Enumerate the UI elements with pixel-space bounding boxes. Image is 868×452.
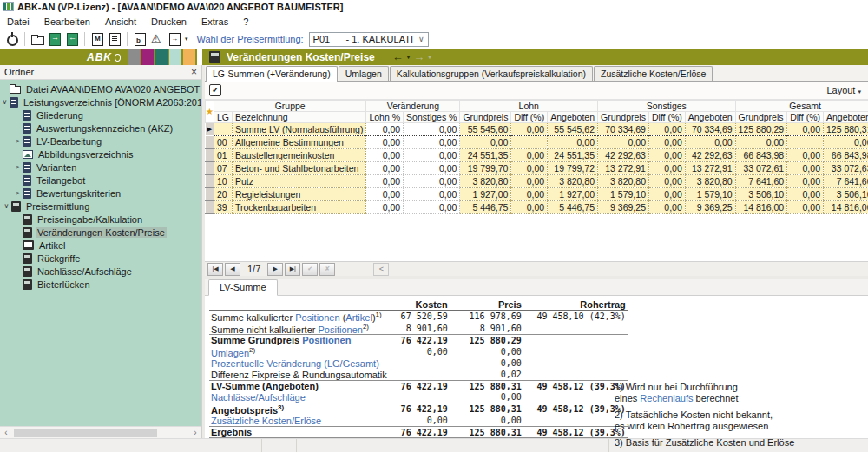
export-menu-icon[interactable] [167,31,182,47]
cell-value[interactable]: 5 446,75 [460,201,511,214]
cell-bezeichnung[interactable]: Trockenbauarbeiten [232,201,365,214]
cell-value[interactable]: 55 545,60 [460,123,511,136]
cell-value[interactable]: 125 880,31 [823,123,868,136]
star-icon[interactable]: ★ [206,101,214,123]
scroll-left-icon[interactable]: ‹ [0,428,12,438]
tab-zusätzliche-kosten-erlöse[interactable]: Zusätzliche Kosten/Erlöse [594,66,713,81]
power-icon[interactable] [4,31,20,47]
cell-value[interactable] [511,136,548,149]
cell-value[interactable]: 0,00 [787,201,824,214]
cell-value[interactable]: 0,00 [787,149,824,162]
cell-value[interactable]: 0,00 [787,188,824,201]
cell-value[interactable]: 0,00 [548,136,598,149]
tree-item-lv-bearbeitung[interactable]: >LV-Bearbeitung [0,134,201,147]
cell-value[interactable]: 0,00 [787,123,824,136]
cell-value[interactable]: 0,00 [404,123,460,136]
pager-last-icon[interactable]: ▶| [285,263,300,276]
table-row[interactable]: 10Putz0,000,003 820,800,003 820,803 820,… [206,175,868,188]
row-marker[interactable] [206,149,214,162]
cell-value[interactable]: 125 880,29 [735,123,787,136]
tree-item-datei-avaan-demo-ava-020-angebot-baumeis[interactable]: Datei AVAAN\DEMO AVA\020 ANGEBOT BAUMEIS [0,82,201,95]
pager-prev-icon[interactable]: ◀ [225,263,240,276]
summary-link[interactable]: Nachlässe/Aufschläge [211,392,306,403]
tree-item-gliederung[interactable]: Gliederung [0,108,201,121]
summary-link[interactable]: Prozentuelle Veränderung (LG/Gesamt) [211,358,379,369]
summary-link[interactable]: Zusätzliche Kosten/Erlöse [211,416,321,426]
summary-link[interactable]: Positionen [319,324,363,334]
cell-value[interactable]: 0,00 [404,188,460,201]
cell-lg[interactable]: 07 [214,162,232,175]
warning-icon[interactable] [149,31,165,47]
column-header-lohn[interactable]: Lohn % [366,112,404,123]
cell-lg[interactable]: 01 [214,149,232,162]
scrollbar-thumb[interactable] [14,429,157,437]
menu-datei[interactable]: Datei [7,16,30,27]
cell-value[interactable]: 1 927,00 [548,188,598,201]
nav-forward-dropdown-icon[interactable]: ▾ [428,51,431,63]
column-header-sonstiges[interactable]: Sonstiges % [404,112,460,123]
cell-value[interactable]: 0,00 [787,175,824,188]
column-header-lg[interactable]: LG [214,112,232,123]
cell-value[interactable]: 0,00 [404,136,460,149]
cell-value[interactable]: 0,00 [823,136,868,149]
layout-button[interactable]: Layout ▾ [826,85,861,95]
pager-first-icon[interactable]: |◀ [207,263,223,276]
cell-value[interactable]: 9 369,25 [685,201,735,214]
cell-value[interactable]: 1 579,10 [685,188,735,201]
row-marker[interactable] [206,136,214,149]
cell-value[interactable]: 14 816,00 [823,201,868,214]
cell-value[interactable]: 9 369,25 [598,201,649,214]
menu-extras[interactable]: Extras [201,16,228,27]
cell-value[interactable]: 3 820,80 [685,175,735,188]
menu-bearbeiten[interactable]: Bearbeiten [44,16,90,27]
cell-value[interactable]: 0,00 [648,149,685,162]
footnote-link[interactable]: Rechenlaufs [640,393,693,403]
tree-item-artikel[interactable]: Artikel [0,239,201,252]
menu-[interactable]: ? [243,16,248,27]
cell-value[interactable]: 0,00 [648,188,685,201]
pager-next-icon[interactable]: ▶ [267,263,283,276]
pager-cancel-icon[interactable]: ✘ [319,263,335,276]
cell-value[interactable]: 0,00 [648,201,685,214]
tab-lg-summen-veränderung[interactable]: LG-Summen (+Veränderung) [206,66,338,82]
cell-value[interactable]: 0,00 [404,201,460,214]
column-header-grundpreis[interactable]: Grundpreis [735,112,787,123]
column-header-angeboten[interactable]: Angeboten [685,112,735,123]
tree-item-leistungsverzeichnis-önorm-a2063-2015[interactable]: ∨Leistungsverzeichnis [ÖNORM A2063:2015] [0,95,201,108]
cell-value[interactable]: 66 843,98 [735,149,787,162]
cell-value[interactable]: 55 545,62 [548,123,598,136]
chevron-collapsed-icon[interactable]: > [13,163,23,171]
caret-down-icon[interactable]: ▾ [185,36,188,43]
column-header-diff[interactable]: Diff (%) [787,112,824,123]
cell-bezeichnung[interactable]: Summe LV (Normalausführung) [232,123,365,136]
cell-value[interactable]: 1 927,00 [460,188,511,201]
cell-value[interactable]: 19 799,72 [548,162,598,175]
cell-value[interactable]: 0,00 [366,149,404,162]
pager-accept-icon[interactable]: ✔ [302,263,318,276]
column-header-diff[interactable]: Diff (%) [511,112,548,123]
cell-bezeichnung[interactable]: Putz [232,175,365,188]
cell-value[interactable]: 0,00 [366,201,404,214]
chevron-expanded-icon[interactable]: ∨ [0,98,10,106]
chevron-collapsed-icon[interactable]: > [13,189,23,197]
tree-item-abbildungsverzeichnis[interactable]: Abbildungsverzeichnis [0,147,201,160]
cell-value[interactable]: 24 551,35 [548,149,598,162]
cell-value[interactable]: 7 641,60 [735,175,787,188]
column-header-angeboten[interactable]: Angeboten [548,112,598,123]
open-folder-icon[interactable] [30,31,45,47]
tree-item-bewertungskriterien[interactable]: >Bewertungskriterien [0,187,201,200]
cell-value[interactable]: 0,00 [598,136,649,149]
cell-value[interactable]: 14 816,00 [735,201,787,214]
cell-value[interactable]: 0,00 [460,136,511,149]
cell-lg[interactable] [214,123,232,136]
cell-value[interactable]: 0,00 [511,188,548,201]
cell-value[interactable]: 33 072,63 [823,162,868,175]
save-a-icon[interactable] [89,31,105,47]
cell-lg[interactable]: 20 [214,188,232,201]
tree-item-preiseingabe-kalkulation[interactable]: Preiseingabe/Kalkulation [0,213,201,226]
report-file-icon[interactable] [132,31,148,47]
cell-value[interactable]: 0,00 [366,175,404,188]
cell-value[interactable]: 0,00 [404,175,460,188]
nav-back-icon[interactable]: ← [392,51,404,63]
summary-link[interactable]: Umlagen [211,347,249,357]
